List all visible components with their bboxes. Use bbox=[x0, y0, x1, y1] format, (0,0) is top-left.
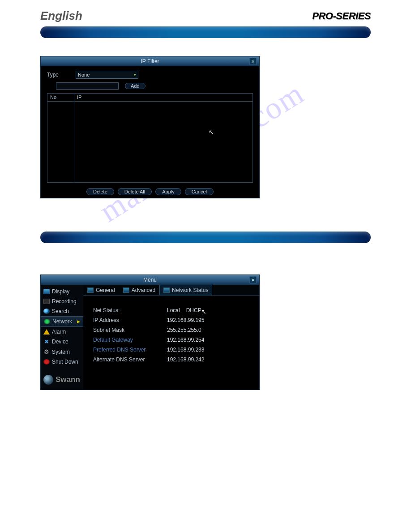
tab-icon bbox=[123, 287, 129, 293]
sidebar-item-device[interactable]: ✖Device bbox=[41, 337, 83, 347]
close-icon[interactable]: ✕ bbox=[249, 58, 257, 65]
sidebar-item-recording[interactable]: Recording bbox=[41, 296, 83, 306]
ip-filter-window: IP Filter ✕ Type None ▾ Add No. IP bbox=[40, 56, 260, 198]
divider-bar bbox=[40, 232, 371, 243]
search-icon bbox=[43, 309, 50, 314]
language-label: English bbox=[40, 9, 82, 23]
divider-bar bbox=[40, 26, 371, 38]
sidebar-item-system[interactable]: ⚙System bbox=[41, 347, 83, 357]
type-select-value: None bbox=[78, 72, 90, 77]
ip-filter-button-row: Delete Delete All Apply Cancel bbox=[41, 185, 259, 198]
cursor-icon: ↖ bbox=[201, 308, 206, 315]
type-select[interactable]: None ▾ bbox=[76, 71, 138, 79]
grid-body-ip: ↖ bbox=[74, 102, 253, 182]
delete-button[interactable]: Delete bbox=[86, 188, 114, 195]
shutdown-icon bbox=[43, 359, 50, 365]
menu-window: Menu ✕ Display Recording Search Network▶… bbox=[40, 275, 260, 390]
tab-icon bbox=[87, 287, 94, 293]
sidebar-item-shutdown[interactable]: Shut Down bbox=[41, 357, 83, 367]
sidebar-item-display[interactable]: Display bbox=[41, 287, 83, 296]
cursor-icon: ↖ bbox=[209, 129, 214, 136]
device-icon: ✖ bbox=[43, 339, 50, 345]
tab-general[interactable]: General bbox=[83, 285, 119, 295]
menu-titlebar: Menu ✕ bbox=[41, 275, 259, 285]
alternate-dns-value: 192.168.99.242 bbox=[167, 356, 204, 363]
sidebar: Display Recording Search Network▶ Alarm … bbox=[41, 285, 83, 389]
alternate-dns-label: Alternate DNS Server bbox=[93, 356, 167, 363]
display-icon bbox=[43, 289, 50, 294]
cancel-button[interactable]: Cancel bbox=[185, 188, 214, 195]
close-icon[interactable]: ✕ bbox=[249, 276, 257, 283]
chevron-right-icon: ▶ bbox=[77, 319, 80, 324]
gear-icon: ⚙ bbox=[43, 348, 50, 355]
default-gateway-label: Default Gateway bbox=[93, 337, 167, 343]
ip-address-value: 192.168.99.195 bbox=[167, 317, 204, 323]
delete-all-button[interactable]: Delete All bbox=[118, 188, 152, 195]
brand-label: Swann bbox=[56, 375, 80, 384]
net-status-label: Net Status: bbox=[93, 307, 167, 313]
product-series-label: PRO-SERIES bbox=[312, 10, 371, 22]
brand: Swann bbox=[41, 367, 83, 387]
recording-icon bbox=[43, 299, 50, 304]
column-header-no: No. bbox=[47, 94, 74, 101]
sidebar-item-alarm[interactable]: Alarm bbox=[41, 327, 83, 337]
sidebar-item-search[interactable]: Search bbox=[41, 306, 83, 316]
menu-title: Menu bbox=[143, 277, 157, 283]
type-label: Type bbox=[47, 72, 69, 78]
ip-filter-grid: No. IP ↖ bbox=[47, 93, 253, 183]
network-icon bbox=[44, 319, 50, 324]
column-header-ip: IP bbox=[74, 94, 253, 101]
alarm-icon bbox=[43, 329, 50, 335]
chevron-down-icon: ▾ bbox=[134, 73, 136, 77]
ip-address-label: IP Address bbox=[93, 317, 167, 323]
subnet-mask-label: Subnet Mask bbox=[93, 327, 167, 333]
ip-input[interactable] bbox=[56, 82, 119, 90]
tab-network-status[interactable]: Network Status bbox=[159, 285, 212, 295]
tab-advanced[interactable]: Advanced bbox=[119, 285, 159, 295]
default-gateway-value: 192.168.99.254 bbox=[167, 337, 204, 343]
brand-icon bbox=[43, 375, 53, 385]
add-button[interactable]: Add bbox=[125, 83, 146, 89]
grid-body-no bbox=[47, 102, 74, 182]
preferred-dns-value: 192.168.99.233 bbox=[167, 347, 204, 353]
document-header: English PRO-SERIES bbox=[40, 9, 371, 23]
ip-filter-titlebar: IP Filter ✕ bbox=[41, 56, 259, 66]
subnet-mask-value: 255.255.255.0 bbox=[167, 327, 201, 333]
network-status-panel: ↖ Net Status:LocalDHCP IP Address192.168… bbox=[83, 296, 259, 390]
apply-button[interactable]: Apply bbox=[155, 188, 181, 195]
tab-bar: General Advanced Network Status bbox=[83, 285, 259, 296]
ip-filter-title: IP Filter bbox=[141, 58, 159, 64]
preferred-dns-label: Preferred DNS Server bbox=[93, 347, 167, 353]
tab-icon bbox=[163, 287, 170, 293]
sidebar-item-network[interactable]: Network▶ bbox=[41, 316, 83, 327]
